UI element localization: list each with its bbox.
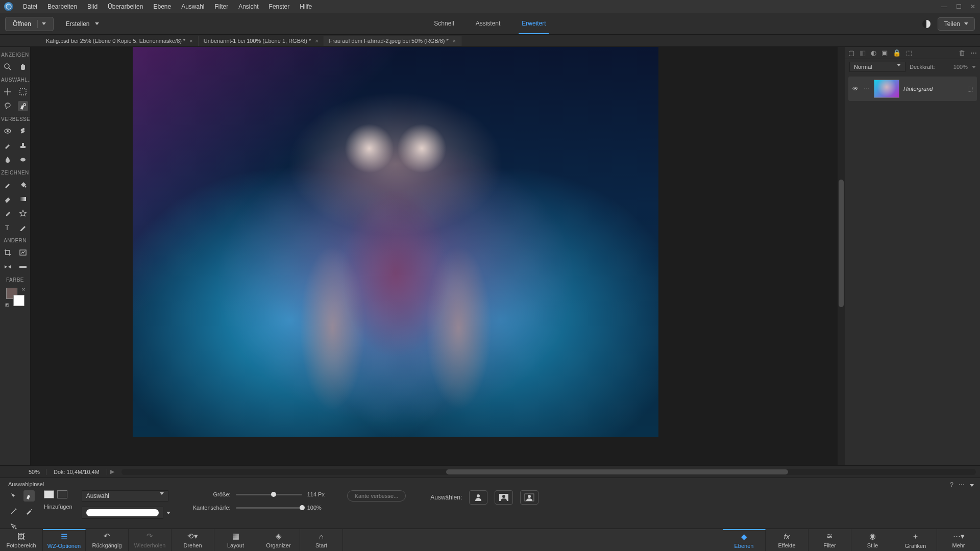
selection-brush-icon[interactable] <box>23 490 35 502</box>
close-button[interactable]: ✕ <box>966 2 980 12</box>
create-button[interactable]: Erstellen <box>61 18 104 30</box>
blend-mode-select[interactable]: Normal <box>849 62 905 72</box>
blur-tool-icon[interactable] <box>3 155 13 165</box>
crop-tool-icon[interactable] <box>3 247 13 258</box>
theme-toggle-icon[interactable] <box>922 20 930 28</box>
menu-ueberarbeiten[interactable]: Überarbeiten <box>103 1 148 12</box>
vertical-scrollbar[interactable] <box>838 47 845 465</box>
bb-redo[interactable]: ↷Wiederholen <box>129 529 172 551</box>
eyedropper-tool-icon[interactable] <box>3 208 13 218</box>
scrollbar-thumb[interactable] <box>446 469 788 474</box>
layer-row[interactable]: 👁 ⋯ Hintergrund ⬚ <box>848 77 977 101</box>
spot-heal-tool-icon[interactable] <box>18 126 28 136</box>
bb-home[interactable]: ⌂Start <box>300 529 343 551</box>
panel-menu-icon[interactable]: ⋯ <box>970 49 977 57</box>
select-subject-icon[interactable] <box>469 490 487 505</box>
slider-knob[interactable] <box>271 492 276 497</box>
pencil-tool-icon[interactable] <box>18 222 28 233</box>
smart-brush-tool-icon[interactable] <box>3 140 13 151</box>
doc-size[interactable]: Dok: 10,4M/10,4M <box>46 469 107 475</box>
select-background-icon[interactable] <box>495 490 513 505</box>
document-tab[interactable]: Unbenannt-1 bei 100% (Ebene 1, RGB/8) * … <box>199 36 324 46</box>
lock-icon[interactable]: ⬚ <box>967 85 973 92</box>
eraser-tool-icon[interactable] <box>3 194 13 204</box>
bb-more[interactable]: ⋯▾Mehr <box>937 529 980 551</box>
menu-hilfe[interactable]: Hilfe <box>295 1 316 12</box>
color-swatch[interactable]: ⤭ ◩ <box>6 288 24 306</box>
lock-layer-icon[interactable]: 🔒 <box>893 49 901 57</box>
marquee-tool-icon[interactable] <box>18 87 28 97</box>
close-icon[interactable]: × <box>453 38 456 44</box>
help-icon[interactable]: ? <box>950 481 953 488</box>
gradient-tool-icon[interactable] <box>18 194 28 204</box>
bb-effects[interactable]: fxEffekte <box>766 529 808 551</box>
bb-photo-bin[interactable]: 🖼Fotobereich <box>0 529 43 551</box>
zoom-tool-icon[interactable] <box>3 62 13 72</box>
mode-expert[interactable]: Erweitert <box>519 14 549 34</box>
menu-bearbeiten[interactable]: Bearbeiten <box>43 1 82 12</box>
subtract-from-selection-icon[interactable] <box>57 490 67 498</box>
panel-menu-icon[interactable]: ⋯ <box>959 481 965 488</box>
chevron-down-icon[interactable] <box>972 66 976 68</box>
layer-mask-icon[interactable]: ▣ <box>881 49 888 57</box>
bb-layout[interactable]: ▦Layout <box>214 529 257 551</box>
background-color[interactable] <box>13 295 24 306</box>
auto-select-icon[interactable]: ✦ <box>8 521 19 532</box>
delete-layer-icon[interactable]: 🗑 <box>959 49 965 57</box>
bb-organizer[interactable]: ◈Organizer <box>257 529 300 551</box>
adjustment-layer-icon[interactable]: ◐ <box>871 49 876 57</box>
horizontal-scrollbar[interactable] <box>121 469 976 475</box>
default-colors-icon[interactable]: ◩ <box>5 303 9 307</box>
menu-filter[interactable]: Filter <box>210 1 233 12</box>
quick-select-icon[interactable] <box>8 490 19 502</box>
move-tool-icon[interactable] <box>3 87 13 97</box>
share-button[interactable]: Teilen <box>938 17 975 31</box>
add-to-selection-icon[interactable] <box>44 490 54 498</box>
recompose-tool-icon[interactable] <box>18 247 28 258</box>
hand-tool-icon[interactable] <box>18 62 28 72</box>
chevron-down-icon[interactable] <box>166 512 170 514</box>
mode-select[interactable]: Auswahl <box>82 490 168 502</box>
clone-stamp-tool-icon[interactable] <box>18 140 28 151</box>
magic-wand-icon[interactable] <box>8 506 19 517</box>
close-icon[interactable]: × <box>189 38 192 44</box>
opacity-value[interactable]: 100% <box>953 64 968 70</box>
sponge-tool-icon[interactable] <box>18 155 28 165</box>
brush-preview[interactable] <box>82 507 163 519</box>
status-arrow-icon[interactable]: ▶ <box>107 468 117 475</box>
content-aware-move-icon[interactable] <box>3 262 13 272</box>
zoom-value[interactable]: 50% <box>0 469 46 475</box>
refine-brush-icon[interactable] <box>23 506 35 517</box>
link-layers-icon[interactable]: ⬚ <box>906 49 912 57</box>
selection-brush-tool-icon[interactable] <box>18 101 28 111</box>
open-button[interactable]: Öffnen <box>5 17 54 31</box>
canvas-area[interactable] <box>31 47 845 465</box>
hardness-value[interactable]: 100% <box>307 505 338 511</box>
paint-bucket-tool-icon[interactable] <box>18 180 28 190</box>
mode-quick[interactable]: Schnell <box>431 14 457 34</box>
lasso-tool-icon[interactable] <box>3 101 13 111</box>
menu-ebene[interactable]: Ebene <box>149 1 176 12</box>
size-slider[interactable] <box>236 494 302 495</box>
new-group-icon[interactable]: ◧ <box>860 49 866 57</box>
menu-datei[interactable]: Datei <box>18 1 42 12</box>
straighten-tool-icon[interactable] <box>18 262 28 272</box>
document-tab[interactable]: Käfig.psd bei 25% (Ebene 0 Kopie 5, Eben… <box>41 36 199 46</box>
collapse-icon[interactable] <box>970 481 974 488</box>
bb-tool-options[interactable]: ☰WZ-Optionen <box>43 529 86 551</box>
select-sky-icon[interactable] <box>520 490 538 505</box>
menu-auswahl[interactable]: Auswahl <box>177 1 209 12</box>
hardness-slider[interactable] <box>236 507 302 509</box>
slider-knob[interactable] <box>300 505 305 510</box>
bb-layers[interactable]: ◆Ebenen <box>723 529 766 551</box>
brush-tool-icon[interactable] <box>3 180 13 190</box>
menu-bild[interactable]: Bild <box>83 1 102 12</box>
bb-filter[interactable]: ≋Filter <box>808 529 851 551</box>
new-layer-icon[interactable]: ▢ <box>848 49 854 57</box>
redeye-tool-icon[interactable] <box>3 126 13 136</box>
document-tab[interactable]: Frau auf dem Fahrrad-2.jpeg bei 50% (RGB… <box>324 36 462 46</box>
menu-fenster[interactable]: Fenster <box>264 1 295 12</box>
minimize-button[interactable]: — <box>937 2 951 12</box>
visibility-toggle-icon[interactable]: 👁 <box>852 85 860 92</box>
bb-styles[interactable]: ◉Stile <box>851 529 894 551</box>
